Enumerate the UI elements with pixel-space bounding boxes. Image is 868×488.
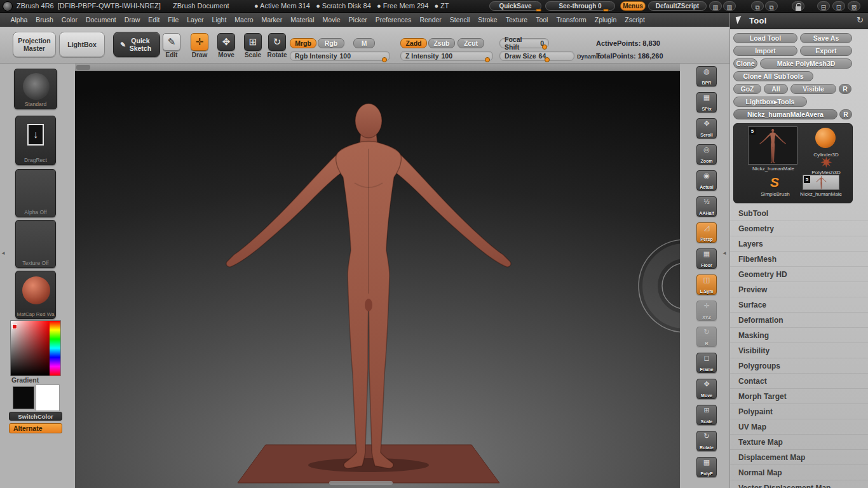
subpalette-header[interactable]: Visibility: [730, 343, 868, 358]
refresh-icon[interactable]: ↻: [857, 15, 864, 25]
focal-shift-slider[interactable]: Focal Shift 0: [499, 38, 549, 48]
rail-icon[interactable]: ✥ Move: [696, 379, 717, 399]
secondary-color-swatch[interactable]: [36, 384, 60, 411]
load-tool-button[interactable]: Load Tool: [733, 33, 797, 43]
seethrough-slider-dot[interactable]: [603, 9, 609, 11]
menu-item[interactable]: Movie: [318, 13, 344, 27]
subpalette-header[interactable]: Layers: [730, 236, 868, 252]
canvas-bottom-scrollbar[interactable]: [329, 481, 393, 485]
menu-item[interactable]: Stencil: [445, 13, 474, 27]
scale-icon[interactable]: ⊞: [244, 33, 262, 51]
subpalette-header[interactable]: Preview: [730, 282, 868, 297]
tool-thumb-polymesh3d[interactable]: ✷: [814, 157, 838, 168]
tool-thumb-simplebrush[interactable]: S: [762, 176, 787, 189]
rail-icon[interactable]: ◍ BPR: [696, 66, 717, 86]
minimize-button[interactable]: ⊟: [817, 1, 830, 11]
subpalette-header[interactable]: Deformation: [730, 313, 868, 328]
subpalette-header[interactable]: Displacement Map: [730, 450, 868, 465]
menu-item[interactable]: Tool: [532, 13, 552, 27]
import-button[interactable]: Import: [733, 46, 797, 56]
stroke-type-button[interactable]: ↓ DragRect: [15, 116, 56, 165]
tool-thumb-humanmale[interactable]: 5: [803, 175, 839, 190]
mrgb-button[interactable]: Mrgb: [290, 38, 316, 48]
subpalette-header[interactable]: Morph Target: [730, 389, 868, 404]
current-tool-button[interactable]: Nickz_humanMaleAvera: [733, 109, 837, 119]
slider-thumb[interactable]: [382, 57, 387, 62]
menu-item[interactable]: Macro: [231, 13, 257, 27]
menu-item[interactable]: Layer: [183, 13, 208, 27]
rail-icon[interactable]: ✥ Scroll: [696, 118, 717, 139]
default-zscript-button[interactable]: DefaultZScript: [648, 1, 707, 11]
menu-item[interactable]: Edit: [144, 13, 164, 27]
goz-r-button[interactable]: R: [839, 84, 851, 94]
menu-item[interactable]: Picker: [344, 13, 371, 27]
rail-icon[interactable]: ◎ Zoom: [696, 144, 717, 165]
hue-strip[interactable]: [50, 321, 60, 376]
switch-color-button[interactable]: SwitchColor: [9, 412, 62, 421]
scrollbar-handle[interactable]: [76, 65, 90, 70]
tool-thumb-cylinder3d[interactable]: [811, 125, 839, 151]
subpalette-header[interactable]: FiberMesh: [730, 252, 868, 267]
zcut-button[interactable]: Zcut: [458, 38, 484, 48]
edit-icon[interactable]: ✎: [163, 33, 180, 51]
tool-panel-header[interactable]: Tool ↻: [730, 13, 868, 29]
rail-icon[interactable]: ½ AAHalf: [696, 196, 717, 217]
lightbox-tools-button[interactable]: Lightbox▸Tools: [733, 97, 807, 107]
subpalette-header[interactable]: Geometry HD: [730, 267, 868, 282]
quick-sketch-button[interactable]: ✎ Quick Sketch: [113, 32, 160, 57]
rail-icon[interactable]: ◉ Actual: [696, 170, 717, 191]
menu-item[interactable]: Marker: [257, 13, 287, 27]
menu-item[interactable]: Material: [287, 13, 318, 27]
document-canvas[interactable]: [75, 71, 680, 488]
menu-item[interactable]: Draw: [120, 13, 144, 27]
clone-all-subtools-button[interactable]: Clone All SubTools: [733, 71, 813, 81]
menu-item[interactable]: Brush: [32, 13, 57, 27]
menu-item[interactable]: File: [164, 13, 183, 27]
subpalette-header[interactable]: SubTool: [730, 206, 868, 221]
rgb-intensity-slider[interactable]: Rgb Intensity 100: [290, 51, 390, 61]
satval-square[interactable]: [11, 321, 50, 376]
quicksave-slider-dot[interactable]: [536, 9, 541, 11]
projection-master-button[interactable]: Projection Master: [13, 32, 56, 57]
z-intensity-slider[interactable]: Z Intensity 100: [400, 51, 493, 61]
canvas-top-scrollbar[interactable]: [75, 64, 680, 71]
lightbox-button[interactable]: LightBox: [59, 32, 105, 57]
clone-button[interactable]: Clone: [733, 58, 757, 69]
menu-item[interactable]: Transform: [552, 13, 590, 27]
texture-button[interactable]: Texture Off: [15, 220, 56, 268]
move-icon[interactable]: ✥: [217, 33, 235, 51]
rail-icon[interactable]: ◫ L.Sym: [696, 274, 717, 295]
close-button[interactable]: ⊠: [848, 1, 860, 11]
color-picker[interactable]: [10, 320, 61, 376]
draw-size-slider[interactable]: Draw Size 64: [499, 51, 574, 61]
subpalette-header[interactable]: Polygroups: [730, 358, 868, 374]
goz-button[interactable]: GoZ: [733, 84, 761, 94]
alpha-button[interactable]: Alpha Off: [15, 169, 56, 217]
current-brush-button[interactable]: Standard: [14, 69, 57, 109]
scale-tool[interactable]: ⊞ Scale: [241, 33, 264, 58]
current-tool-r-button[interactable]: R: [839, 109, 852, 119]
main-color-swatch[interactable]: [13, 386, 34, 409]
rail-icon[interactable]: ↻ R: [696, 327, 717, 347]
rail-icon[interactable]: ▦ PolyF: [696, 457, 717, 477]
m-button[interactable]: M: [353, 38, 375, 48]
move-tool[interactable]: ✥ Move: [215, 33, 238, 58]
human-model[interactable]: [226, 104, 511, 468]
subpalette-header[interactable]: Vector Displacement Map: [730, 480, 868, 488]
menu-item[interactable]: Color: [57, 13, 81, 27]
rgb-button[interactable]: Rgb: [318, 38, 344, 48]
goz-all-button[interactable]: All: [764, 84, 788, 94]
rail-icon[interactable]: ↻ Rotate: [696, 431, 717, 451]
rail-icon[interactable]: ✛ XYZ: [696, 301, 717, 321]
rotate-tool[interactable]: ↻ Rotate: [266, 33, 288, 58]
menu-item[interactable]: Preferences: [371, 13, 416, 27]
copy-doc-icon[interactable]: ⧉: [751, 1, 764, 11]
save-as-button[interactable]: Save As: [800, 33, 852, 43]
make-polymesh3d-button[interactable]: Make PolyMesh3D: [760, 58, 852, 69]
slider-thumb[interactable]: [545, 57, 550, 62]
slider-thumb[interactable]: [542, 44, 547, 50]
rail-icon[interactable]: ▦ SPix: [696, 92, 717, 112]
menu-item[interactable]: Light: [208, 13, 231, 27]
menu-item[interactable]: Alpha: [6, 13, 32, 27]
subpalette-header[interactable]: Polypaint: [730, 404, 868, 419]
